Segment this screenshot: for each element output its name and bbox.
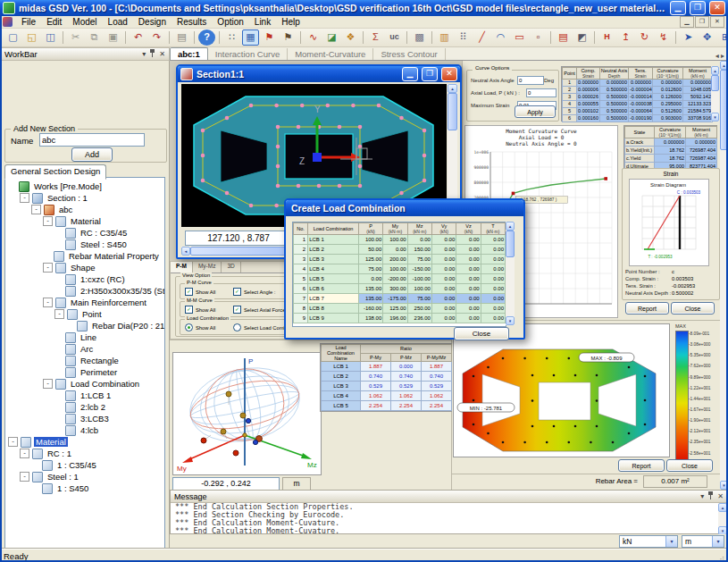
table-row[interactable]: 30.0000260.500000-0.0000140.1260005092.1… [563,94,713,101]
tree-item[interactable]: Rectangle [5,355,164,366]
tree-expand-icon[interactable]: - [8,437,18,447]
scroll-up-icon[interactable]: ▴ [720,61,728,70]
tree-item[interactable]: -abc [5,204,164,215]
tree-item[interactable]: 4:lcb [5,424,164,436]
tab-moment-curvature[interactable]: Moment-Curvature [288,48,373,60]
moment-load-icon[interactable]: ↻ [636,29,653,46]
add-button[interactable]: Add [71,147,113,162]
tab-general-section-design[interactable]: General Section Design [4,164,106,180]
lc-show-all-radio[interactable] [185,323,193,331]
menu-model[interactable]: Model [67,16,102,28]
pin-icon[interactable] [707,491,714,501]
show-all-checkbox[interactable]: ✓ [185,288,193,296]
flag-red-icon[interactable]: ⚑ [261,29,278,46]
rebar-window-icon[interactable]: ▥ [436,29,453,46]
tree-item[interactable]: 3:LCB3 [5,413,164,424]
menu-edit[interactable]: Edit [41,16,67,28]
tree-item[interactable]: -Section : 1 [5,192,164,204]
scroll-down-icon[interactable]: ▾ [711,113,719,122]
section-minimize-button[interactable]: ▁ [402,67,418,81]
zoom-window-icon[interactable]: ⊞ [717,29,728,46]
pm-tab-3d[interactable]: 3D [222,262,240,273]
workbar-header[interactable]: WorkBar ▾ ✕ [0,47,170,61]
result-graph-icon[interactable]: ◩ [573,29,590,46]
print-icon[interactable]: ▤ [173,29,190,46]
table-row[interactable]: 20.0000060.500000-0.0000040.0126001048.0… [563,87,713,94]
copy-icon[interactable]: ⧉ [86,29,103,46]
redo-icon[interactable]: ↷ [148,29,165,46]
length-unit-combo[interactable]: m▾ [682,535,724,548]
scroll-up-icon[interactable]: ▴ [711,66,719,75]
chevron-down-icon[interactable]: ▾ [142,50,146,58]
torsion-load-icon[interactable]: ↯ [655,29,672,46]
steel-section-icon[interactable]: H [598,29,615,46]
workspace-vscrollbar[interactable]: ▴ ▾ [720,61,728,490]
neutral-axis-angle-input[interactable] [517,76,544,85]
axial-load-input[interactable] [526,88,556,97]
mdi-minimize-button[interactable]: ▁ [680,16,694,28]
table-row[interactable]: b.Yield(Init.)18.762726987.404 [625,147,717,155]
tree-item[interactable]: -RC : 1 [5,448,164,459]
table-row[interactable]: 9LCB 9138.00196.00236.000.000.000.00 [294,314,506,323]
tree-expand-icon[interactable]: - [54,309,64,319]
mc-points-scrollbar[interactable]: ▴ ▾ [711,66,719,122]
moment-curvature-icon[interactable]: ◪ [323,29,340,46]
tree-expand-icon[interactable]: - [43,298,53,307]
rebar-perimeter-icon[interactable]: ▫ [530,29,547,46]
tree-item[interactable]: Steel : S450 [5,239,164,250]
tab-stress-contour[interactable]: Stress Contour [373,48,445,60]
table-row[interactable]: 3LCB 3125.00200.0075.000.000.000.00 [294,255,506,264]
help-icon[interactable]: ? [198,29,215,46]
tree-item[interactable]: RC : C35/45 [5,227,164,239]
table-row[interactable]: c.Yield18.762726987.404 [625,155,717,163]
menu-file[interactable]: File [16,16,41,28]
tree-item[interactable]: -Material [5,215,164,227]
tree-expand-icon[interactable]: - [20,472,29,482]
rebar-rect-icon[interactable]: ▭ [511,29,528,46]
section-restore-button[interactable]: ❐ [422,67,438,81]
message-close-icon[interactable]: ✕ [717,492,724,500]
apply-button[interactable]: Apply [515,105,556,118]
tab-scroll-right-icon[interactable]: ▸ [721,52,724,60]
create-load-combination-dialog[interactable]: Create Load Combination No.Load Combinat… [284,198,525,340]
section-close-button[interactable]: ✕ [441,67,457,81]
tree-item[interactable]: 2:lcb 2 [5,401,164,413]
table-row[interactable]: 1LCB 1100.00100.000.000.000.000.00 [294,235,506,245]
tree-item[interactable]: -Material [5,436,164,448]
section-name-input[interactable] [39,133,145,147]
table-row[interactable]: 10.0000000.0000000.0000000.0000000.00000… [563,80,713,87]
save-icon[interactable]: ◫ [42,29,59,46]
eurocode-check-icon[interactable]: uc [386,29,403,46]
scroll-down-icon[interactable]: ▾ [506,316,515,325]
select-arrow-icon[interactable]: ➤ [680,29,697,46]
pan-icon[interactable]: ✥ [699,29,715,46]
scroll-left-icon[interactable]: ◂ [181,247,190,256]
open-icon[interactable]: ◱ [23,29,40,46]
mdi-restore-button[interactable]: ❐ [695,16,709,28]
stress-contour-view[interactable]: MAX : -0.809 MIN : -25.781 [453,323,670,457]
tree-item[interactable]: 1 : C35/45 [5,459,164,471]
dialog-scrollbar[interactable]: ▴ ▾ [506,222,515,325]
paste-icon[interactable]: ▣ [105,29,121,46]
scroll-up-icon[interactable]: ▴ [718,503,727,512]
table-row[interactable]: 8LCB 8-160.00125.00250.000.000.000.00 [294,304,506,314]
tree-item[interactable]: 1:LCB 1 [5,390,164,401]
dialog-close-button[interactable]: Close [454,327,509,340]
interaction-curve-icon[interactable]: ∿ [305,29,322,46]
tree-item[interactable]: -Steel : 1 [5,471,164,482]
minimize-button[interactable]: ▁ [670,1,686,15]
tree-item[interactable]: -Load Combination [5,378,164,390]
table-row[interactable]: 4LCB 475.00100.00-150.000.000.000.00 [294,264,506,274]
undo-icon[interactable]: ↶ [130,29,146,46]
dialog-titlebar[interactable]: Create Load Combination [286,200,523,216]
stress-close-button[interactable]: Close [666,459,713,472]
tab-abc-1[interactable]: abc:1 [170,47,208,60]
message-header[interactable]: Message ▾ ✕ [171,491,727,503]
table-row[interactable]: 6LCB 6135.00300.00100.000.000.000.00 [294,284,506,294]
rebar-arc-icon[interactable]: ◠ [492,29,509,46]
table-row[interactable]: a.Crack0.0000000.000000 [625,138,717,147]
tab-interaction-curve[interactable]: Interaction Curve [208,48,288,60]
pm-surface-3d-view[interactable]: P My Mz [172,352,322,475]
axial-load-icon[interactable]: ↥ [617,29,634,46]
tree-expand-icon[interactable]: - [43,216,53,226]
